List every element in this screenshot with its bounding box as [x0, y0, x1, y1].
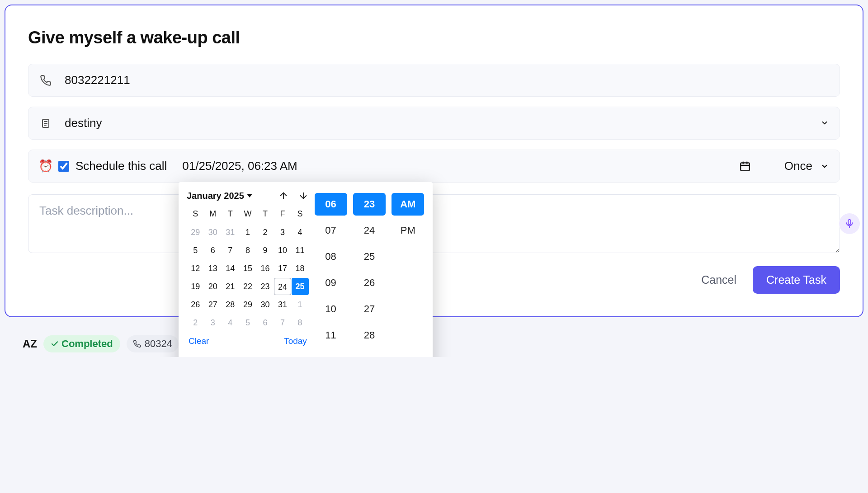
calendar-day[interactable]: 30 [256, 296, 274, 313]
calendar-day[interactable]: 13 [204, 260, 222, 277]
hour-option[interactable]: 08 [315, 245, 347, 268]
calendar-day[interactable]: 20 [204, 278, 222, 295]
calendar-day[interactable]: 26 [187, 296, 204, 313]
dow-header: T [222, 206, 239, 223]
hour-option[interactable]: 09 [315, 272, 347, 294]
calendar-day[interactable]: 27 [204, 296, 222, 313]
mic-button[interactable] [839, 213, 860, 234]
calendar-day[interactable]: 17 [274, 260, 291, 277]
hour-option[interactable]: 10 [315, 298, 347, 320]
notes-icon [39, 117, 52, 129]
datetime-popover: January 2025 SMTWTFS 2930311234567 [179, 182, 433, 357]
calendar-day[interactable]: 1 [239, 224, 256, 241]
minute-option[interactable]: 26 [353, 272, 386, 294]
calendar-day[interactable]: 11 [292, 242, 309, 259]
next-month-button[interactable] [298, 190, 309, 201]
calendar-day[interactable]: 1 [292, 296, 309, 313]
month-select[interactable]: January 2025 [187, 191, 252, 201]
time-panel: 06070809101112 23242526272829 AMPM [314, 190, 425, 357]
minute-option[interactable]: 29 [353, 350, 386, 357]
calendar-day[interactable]: 23 [256, 278, 274, 295]
calendar-day[interactable]: 8 [239, 242, 256, 259]
calendar-day[interactable]: 4 [222, 314, 239, 331]
calendar-day[interactable]: 6 [204, 242, 222, 259]
dow-header: T [256, 206, 274, 223]
today-button[interactable]: Today [284, 336, 307, 346]
status-badge: Completed [43, 335, 120, 352]
calendar-day[interactable]: 4 [292, 224, 309, 241]
minute-option[interactable]: 23 [353, 193, 386, 216]
meridiem-option[interactable]: AM [392, 193, 424, 216]
calendar-day[interactable]: 2 [256, 224, 274, 241]
dow-header: S [291, 206, 309, 223]
calendar-day[interactable]: 9 [256, 242, 274, 259]
schedule-checkbox[interactable] [58, 161, 69, 172]
calendar-day[interactable]: 8 [292, 314, 309, 331]
cancel-button[interactable]: Cancel [701, 273, 736, 286]
status-text: Completed [61, 338, 113, 350]
dow-header: F [274, 206, 292, 223]
calendar-day[interactable]: 7 [222, 242, 239, 259]
dow-header: W [239, 206, 257, 223]
minutes-column[interactable]: 23242526272829 [353, 193, 386, 357]
phone-value: 8032221211 [65, 73, 829, 87]
frequency-select[interactable]: Once [784, 159, 829, 173]
clear-button[interactable]: Clear [189, 336, 209, 346]
prev-month-button[interactable] [278, 190, 289, 201]
chevron-down-icon [821, 116, 829, 130]
calendar-day[interactable]: 3 [274, 224, 291, 241]
calendar-day[interactable]: 18 [292, 260, 309, 277]
hour-option[interactable]: 07 [315, 219, 347, 242]
calendar-day[interactable]: 31 [274, 296, 291, 313]
hour-option[interactable]: 06 [315, 193, 347, 216]
phone-chip-text: 80324 [145, 338, 172, 350]
minute-option[interactable]: 28 [353, 324, 386, 347]
calendar-day[interactable]: 2 [187, 314, 204, 331]
calendar-day[interactable]: 25 [292, 278, 309, 295]
phone-field[interactable]: 8032221211 [28, 64, 840, 97]
calendar-day[interactable]: 28 [222, 296, 239, 313]
calendar-day[interactable]: 6 [256, 314, 274, 331]
calendar-icon[interactable] [739, 160, 751, 172]
calendar-day[interactable]: 10 [274, 242, 291, 259]
calendar-day[interactable]: 30 [204, 224, 222, 241]
calendar-day[interactable]: 3 [204, 314, 222, 331]
calendar-day[interactable]: 22 [239, 278, 256, 295]
calendar-day[interactable]: 21 [222, 278, 239, 295]
calendar-day[interactable]: 29 [239, 296, 256, 313]
datetime-display[interactable]: 01/25/2025, 06:23 AM [182, 159, 297, 173]
minute-option[interactable]: 24 [353, 219, 386, 242]
minute-option[interactable]: 25 [353, 245, 386, 268]
frequency-value: Once [784, 159, 812, 173]
calendar-grid: SMTWTFS 29303112345678910111213141516171… [187, 206, 309, 332]
calendar-day[interactable]: 5 [239, 314, 256, 331]
hours-column[interactable]: 06070809101112 [315, 193, 347, 357]
calendar-day[interactable]: 5 [187, 242, 204, 259]
calendar-panel: January 2025 SMTWTFS 2930311234567 [187, 190, 309, 357]
phone-icon [39, 75, 52, 86]
calendar-day[interactable]: 15 [239, 260, 256, 277]
schedule-field: ⏰ Schedule this call 01/25/2025, 06:23 A… [28, 150, 840, 183]
dow-header: M [204, 206, 222, 223]
description-input[interactable] [28, 194, 840, 253]
description-wrap [28, 194, 840, 255]
minute-option[interactable]: 27 [353, 298, 386, 320]
schedule-label: Schedule this call [75, 159, 167, 173]
calendar-day[interactable]: 14 [222, 260, 239, 277]
calendar-day[interactable]: 31 [222, 224, 239, 241]
calendar-day[interactable]: 12 [187, 260, 204, 277]
contact-select[interactable]: destiny [28, 107, 840, 140]
dow-header: S [187, 206, 204, 223]
create-task-button[interactable]: Create Task [753, 266, 840, 294]
hour-option[interactable]: 11 [315, 324, 347, 347]
calendar-day[interactable]: 19 [187, 278, 204, 295]
contact-value: destiny [65, 116, 808, 130]
hour-option[interactable]: 12 [315, 350, 347, 357]
calendar-day[interactable]: 16 [256, 260, 274, 277]
task-code: AZ [23, 338, 37, 350]
calendar-day[interactable]: 7 [274, 314, 291, 331]
calendar-day[interactable]: 24 [274, 278, 291, 295]
calendar-day[interactable]: 29 [187, 224, 204, 241]
meridiem-column[interactable]: AMPM [392, 193, 424, 357]
meridiem-option[interactable]: PM [392, 219, 424, 242]
